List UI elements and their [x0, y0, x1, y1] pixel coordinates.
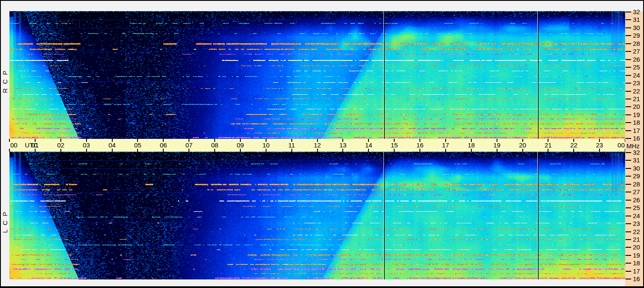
- freq-label: 22: [633, 228, 640, 235]
- time-label: 21: [541, 141, 555, 149]
- time-tick: [548, 149, 548, 152]
- time-tick: [163, 149, 164, 152]
- freq-label: 27: [633, 188, 640, 195]
- time-tick: [214, 149, 215, 152]
- time-tick: [137, 149, 138, 152]
- freq-tick: [626, 51, 631, 52]
- freq-label: 18: [633, 259, 640, 267]
- freq-tick: [626, 114, 631, 115]
- time-tick: [35, 149, 36, 152]
- freq-tick: [626, 27, 631, 28]
- time-label: 00: [612, 141, 625, 149]
- frequency-axis: 3231302928272625242322212019181716323130…: [625, 11, 643, 287]
- freq-tick: [626, 200, 631, 201]
- time-label: 22: [566, 141, 581, 149]
- freq-tick: [626, 231, 631, 232]
- time-tick: [317, 149, 318, 152]
- time-label: 15: [387, 141, 401, 149]
- freq-label: 24: [633, 72, 640, 79]
- time-label: 13: [335, 141, 350, 149]
- time-label: 16: [413, 141, 427, 149]
- time-axis: 00UTC01020304050607080910111213141516171…: [9, 139, 625, 152]
- freq-tick: [626, 192, 631, 192]
- time-label: 23: [592, 141, 607, 149]
- time-tick: [522, 149, 523, 152]
- freq-label: 29: [633, 32, 640, 39]
- freq-label: 18: [633, 119, 640, 126]
- freq-tick: [626, 184, 631, 185]
- freq-tick: [626, 216, 631, 216]
- time-label: 06: [156, 141, 171, 149]
- freq-label: 27: [633, 48, 640, 55]
- time-label: 18: [464, 141, 479, 149]
- time-tick: [445, 149, 446, 152]
- rcp-panel-label: R C P: [1, 11, 9, 139]
- freq-tick: [626, 223, 631, 224]
- lcp-panel-label: L C P: [1, 152, 9, 279]
- freq-tick: [626, 247, 631, 248]
- freq-label: 26: [633, 56, 640, 63]
- time-label: 17: [438, 141, 453, 149]
- freq-label: 28: [633, 40, 640, 47]
- freq-tick: [626, 43, 631, 44]
- freq-label: 32: [633, 149, 640, 156]
- freq-tick: [626, 168, 631, 169]
- freq-tick: [626, 122, 631, 123]
- time-tick: [60, 149, 61, 152]
- freq-tick: [626, 176, 631, 177]
- freq-label: 25: [633, 63, 640, 71]
- freq-tick: [626, 12, 631, 12]
- time-label: 01: [28, 141, 42, 149]
- time-tick: [471, 149, 472, 152]
- freq-tick: [626, 67, 631, 68]
- freq-label: 20: [633, 243, 640, 251]
- freq-label: 20: [633, 103, 640, 110]
- freq-tick: [626, 75, 631, 76]
- time-label: 11: [285, 141, 299, 149]
- freq-tick: [626, 263, 631, 264]
- time-label: 20: [515, 141, 530, 149]
- freq-label: 29: [633, 172, 640, 180]
- time-label: 03: [79, 141, 94, 149]
- time-label: 19: [490, 141, 504, 149]
- freq-tick: [626, 106, 631, 107]
- time-label: 12: [310, 141, 325, 149]
- freq-label: 28: [633, 180, 640, 188]
- freq-label: 30: [633, 24, 640, 31]
- freq-tick: [626, 99, 631, 99]
- freq-tick: [626, 91, 631, 92]
- freq-label: 24: [633, 212, 640, 219]
- freq-label: 32: [633, 8, 640, 15]
- freq-tick: [626, 207, 631, 208]
- freq-tick: [626, 152, 631, 153]
- freq-tick: [626, 35, 631, 36]
- time-label: 04: [105, 141, 120, 149]
- freq-label: 19: [633, 252, 640, 259]
- freq-tick: [626, 239, 631, 240]
- freq-label: 17: [633, 127, 640, 134]
- freq-tick: [626, 255, 631, 256]
- freq-label: 25: [633, 204, 640, 211]
- time-tick: [599, 149, 600, 152]
- time-tick: [9, 139, 10, 142]
- time-label: 07: [182, 141, 196, 149]
- freq-label: 21: [633, 95, 640, 102]
- title-bar: AJ4CO Observatory 12 Apr 2023 - DPS on T…: [1, 1, 644, 10]
- time-tick: [573, 149, 574, 152]
- time-label: 09: [233, 141, 248, 149]
- time-tick: [368, 149, 369, 152]
- time-tick: [266, 149, 267, 152]
- freq-label: 26: [633, 196, 640, 204]
- freq-tick: [626, 83, 631, 84]
- time-tick: [189, 149, 189, 152]
- freq-tick: [626, 138, 631, 139]
- time-label: 14: [361, 141, 376, 149]
- time-tick: [342, 149, 343, 152]
- time-tick: [240, 149, 241, 152]
- spectrogram-page: AJ4CO Observatory 12 Apr 2023 - DPS on T…: [0, 0, 644, 288]
- freq-tick: [626, 271, 631, 272]
- time-label: 05: [130, 141, 145, 149]
- time-label: 08: [207, 141, 222, 149]
- freq-label: 21: [633, 236, 640, 243]
- mhz-unit-label: MHz: [626, 142, 640, 150]
